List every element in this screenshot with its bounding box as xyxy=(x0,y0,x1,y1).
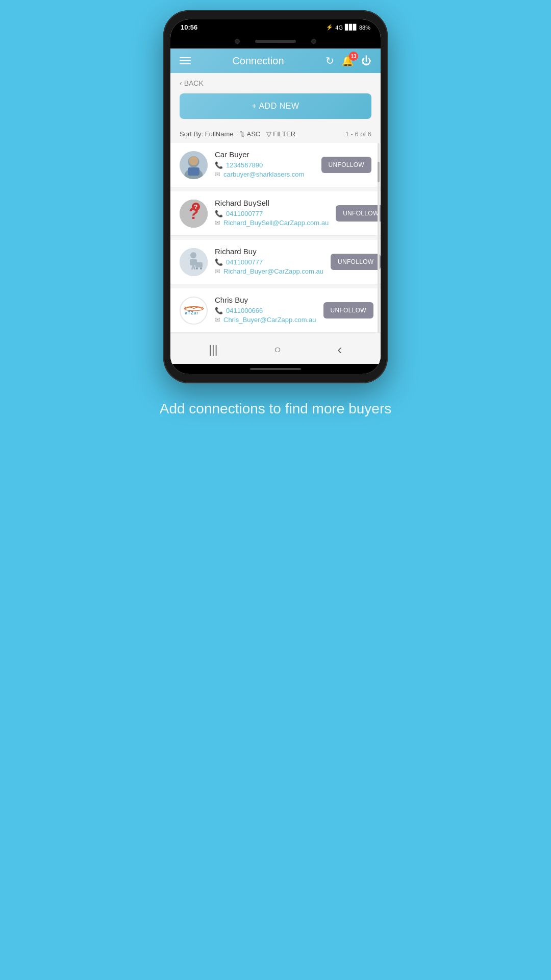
email-icon: ✉ xyxy=(215,219,220,227)
add-new-button[interactable]: + ADD NEW xyxy=(180,93,371,119)
card-separator xyxy=(170,284,381,288)
bottom-navigation: ||| ○ ‹ xyxy=(170,333,381,364)
svg-rect-14 xyxy=(195,262,203,267)
back-label: BACK xyxy=(184,79,204,87)
chevron-left-icon: ‹ xyxy=(180,79,182,87)
front-camera xyxy=(235,39,240,44)
svg-point-10 xyxy=(190,252,196,258)
email-address: carbuyer@sharklasers.com xyxy=(223,170,304,178)
sort-by-label: Sort By: FullName xyxy=(180,130,233,138)
results-count: 1 - 6 of 6 xyxy=(345,130,371,138)
contact-info: Richard Buy 📞 0411000777 ✉ Richard_Buyer… xyxy=(215,247,323,277)
network-icon: 4G xyxy=(335,24,343,31)
page-title: Connection xyxy=(232,55,284,67)
recent-apps-button[interactable]: ||| xyxy=(209,343,217,356)
contact-card: Car Buyer 📞 1234567890 ✉ carbuyer@sharkl… xyxy=(170,143,381,187)
contact-info: Chris Buy 📞 0411000666 ✉ Chris_Buyer@Car… xyxy=(215,296,316,325)
sensor xyxy=(311,39,316,44)
filter-icon: ▽ xyxy=(266,130,271,138)
email-address: Richard_BuySell@CarZapp.com.au xyxy=(223,219,329,227)
top-navigation: Connection ↻ 🔔 13 ⏻ xyxy=(170,48,381,73)
sort-order-label: ASC xyxy=(246,130,260,138)
phone-home-bar xyxy=(170,364,381,374)
phone-number: 1234567890 xyxy=(226,161,263,169)
phone-notch xyxy=(170,34,381,48)
status-icons: ⚡ 4G ▊▊▊ 88% xyxy=(326,24,370,31)
svg-point-16 xyxy=(200,267,202,270)
contact-name: Chris Buy xyxy=(215,296,316,304)
contact-email: ✉ Richard_BuySell@CarZapp.com.au xyxy=(215,219,329,227)
filter-button[interactable]: ▽ FILTER xyxy=(266,130,295,138)
svg-point-3 xyxy=(189,156,198,165)
email-icon: ✉ xyxy=(215,267,220,275)
back-button[interactable]: ‹ BACK xyxy=(180,79,204,87)
email-address: Richard_Buyer@CarZapp.com.au xyxy=(223,267,323,275)
unfollow-button[interactable]: UNFOLLOW xyxy=(331,254,381,270)
contact-card: Richard Buy 📞 0411000777 ✉ Richard_Buyer… xyxy=(170,240,381,284)
speaker xyxy=(255,40,296,43)
contact-card: ? ? Richard BuySell 📞 0411000777 xyxy=(170,191,381,236)
svg-rect-4 xyxy=(188,167,199,176)
contact-name: Richard BuySell xyxy=(215,199,329,207)
contact-name: Car Buyer xyxy=(215,150,314,159)
avatar-image xyxy=(180,248,208,276)
sort-arrows-icon: ⇅ xyxy=(239,130,245,138)
avatar-image xyxy=(180,151,208,179)
contact-phone: 📞 0411000666 xyxy=(215,307,316,314)
avatar-image: ? ? xyxy=(180,200,208,228)
svg-text:?: ? xyxy=(194,204,197,211)
sort-order-button[interactable]: ⇅ ASC xyxy=(239,130,260,138)
contact-info: Richard BuySell 📞 0411000777 ✉ Richard_B… xyxy=(215,199,329,228)
status-bar: 10:56 ⚡ 4G ▊▊▊ 88% xyxy=(170,19,381,34)
bluetooth-icon: ⚡ xyxy=(326,24,333,31)
signal-bars-icon: ▊▊▊ xyxy=(345,24,357,31)
main-content: ‹ BACK + ADD NEW Sort By: FullName ⇅ ASC… xyxy=(170,73,381,364)
email-icon: ✉ xyxy=(215,170,220,178)
avatar xyxy=(180,151,208,179)
contact-email: ✉ carbuyer@sharklasers.com xyxy=(215,170,314,178)
status-time: 10:56 xyxy=(181,23,197,31)
phone-device: 10:56 ⚡ 4G ▊▊▊ 88% xyxy=(163,10,388,383)
power-button[interactable]: ⏻ xyxy=(361,55,371,67)
notification-button[interactable]: 🔔 13 xyxy=(341,55,354,67)
contact-email: ✉ Richard_Buyer@CarZapp.com.au xyxy=(215,267,323,275)
refresh-button[interactable]: ↻ xyxy=(325,55,334,67)
back-nav-button[interactable]: ‹ xyxy=(337,341,342,358)
notification-badge: 13 xyxy=(349,52,358,61)
contact-name: Richard Buy xyxy=(215,247,323,256)
phone-icon: 📞 xyxy=(215,258,223,266)
unfollow-button[interactable]: UNFOLLOW xyxy=(336,205,381,222)
battery-icon: 88% xyxy=(359,24,370,31)
unfollow-button[interactable]: UNFOLLOW xyxy=(323,302,373,318)
scrollbar[interactable] xyxy=(378,143,380,333)
avatar: aTZar xyxy=(180,297,208,325)
brand-logo: aTZar xyxy=(181,298,207,323)
card-separator xyxy=(170,236,381,240)
contact-phone: 📞 1234567890 xyxy=(215,161,314,169)
back-navigation-bar: ‹ BACK xyxy=(170,73,381,93)
unfollow-button[interactable]: UNFOLLOW xyxy=(321,157,371,173)
filter-label: FILTER xyxy=(273,130,295,138)
email-address: Chris_Buyer@CarZapp.com.au xyxy=(223,316,316,324)
phone-number: 0411000666 xyxy=(226,307,263,314)
hamburger-menu-button[interactable] xyxy=(180,57,191,64)
contact-phone: 📞 0411000777 xyxy=(215,210,329,217)
sort-filter-bar: Sort By: FullName ⇅ ASC ▽ FILTER 1 - 6 o… xyxy=(170,126,381,143)
phone-icon: 📞 xyxy=(215,307,223,314)
contact-email: ✉ Chris_Buyer@CarZapp.com.au xyxy=(215,316,316,324)
phone-icon: 📞 xyxy=(215,161,223,169)
contact-list: Car Buyer 📞 1234567890 ✉ carbuyer@sharkl… xyxy=(170,143,381,333)
svg-point-15 xyxy=(196,267,198,270)
phone-number: 0411000777 xyxy=(226,210,263,217)
svg-text:aTZar: aTZar xyxy=(185,310,198,315)
contact-card: aTZar Chris Buy 📞 0411000666 ✉ Chri xyxy=(170,288,381,333)
nav-action-icons: ↻ 🔔 13 ⏻ xyxy=(325,55,371,67)
avatar xyxy=(180,248,208,276)
phone-number: 0411000777 xyxy=(226,258,263,266)
page-caption: Add connections to find more buyers xyxy=(139,399,412,419)
home-indicator xyxy=(250,368,301,370)
scrollbar-thumb[interactable] xyxy=(378,162,380,182)
contact-info: Car Buyer 📞 1234567890 ✉ carbuyer@sharkl… xyxy=(215,150,314,180)
home-button[interactable]: ○ xyxy=(274,343,281,356)
email-icon: ✉ xyxy=(215,316,220,324)
